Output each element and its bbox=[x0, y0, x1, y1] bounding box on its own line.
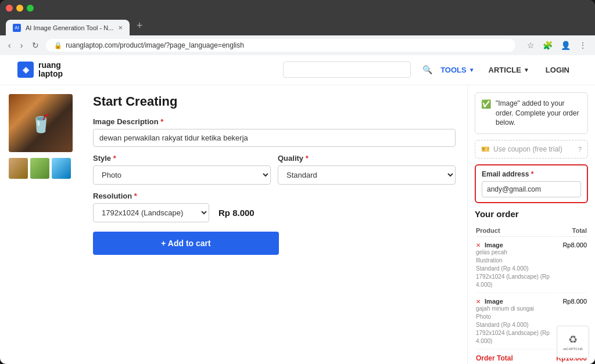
tab-favicon: AI bbox=[13, 24, 21, 32]
page-content: ◈ ruang laptop 🔍 TOOLS ▼ ARTICLE ▼ LOGIN bbox=[0, 55, 595, 364]
check-circle-icon: ✅ bbox=[481, 99, 491, 109]
coupon-help-icon[interactable]: ? bbox=[578, 146, 582, 153]
recaptcha-badge: ♻ reCAPTCHA bbox=[557, 326, 589, 358]
email-label: Email address * bbox=[482, 170, 581, 178]
main-content: Start Creating Image Description * Style… bbox=[0, 85, 595, 364]
add-to-cart-button[interactable]: + Add to cart bbox=[93, 232, 279, 255]
search-input[interactable] bbox=[283, 62, 411, 78]
coupon-icon: 🎫 bbox=[481, 145, 490, 153]
tab-title: AI Image Generation Tool - N... bbox=[26, 24, 113, 31]
new-tab-button[interactable]: + bbox=[131, 16, 149, 35]
site-header: ◈ ruang laptop 🔍 TOOLS ▼ ARTICLE ▼ LOGIN bbox=[0, 55, 595, 85]
main-product-image bbox=[9, 94, 73, 152]
thumbnail-row bbox=[9, 158, 73, 179]
nav-login[interactable]: LOGIN bbox=[537, 62, 578, 78]
url-text: ruanglaptop.com/product/image/?page_lang… bbox=[66, 41, 244, 49]
product-image-bg bbox=[9, 94, 73, 152]
quality-label: Quality * bbox=[278, 154, 456, 163]
profile-icon[interactable]: 👤 bbox=[558, 39, 573, 51]
style-group: Style * Photo Illustration Painting Sket… bbox=[93, 154, 271, 185]
thumbnail-2[interactable] bbox=[30, 158, 49, 179]
tools-caret-icon: ▼ bbox=[469, 67, 475, 73]
nav-tools[interactable]: TOOLS ▼ bbox=[435, 62, 480, 78]
lock-icon: 🔒 bbox=[54, 42, 62, 49]
center-panel: Start Creating Image Description * Style… bbox=[81, 85, 467, 364]
article-caret-icon: ▼ bbox=[524, 67, 529, 73]
item-2-detail: gajah minum di sungaiPhotoStandard (Rp 4… bbox=[476, 305, 555, 345]
remove-item-2-button[interactable]: ✕ bbox=[476, 298, 481, 305]
order-item-1: ✕ Image gelas pecahIllustrationStandard … bbox=[476, 238, 587, 293]
browser-actions: ☆ 🧩 👤 ⋮ bbox=[525, 39, 589, 51]
resolution-row: 1792x1024 (Landscape) 1024x1024 (Square)… bbox=[93, 203, 456, 222]
item-1-total: Rp8.000 bbox=[556, 238, 587, 293]
traffic-light-red[interactable] bbox=[6, 5, 13, 12]
traffic-light-green[interactable] bbox=[27, 5, 34, 12]
traffic-light-yellow[interactable] bbox=[16, 5, 23, 12]
search-icon[interactable]: 🔍 bbox=[420, 64, 435, 75]
style-select[interactable]: Photo Illustration Painting Sketch bbox=[93, 165, 271, 185]
email-input[interactable] bbox=[482, 181, 581, 197]
resolution-select[interactable]: 1792x1024 (Landscape) 1024x1024 (Square)… bbox=[93, 203, 209, 222]
thumbnail-1[interactable] bbox=[9, 158, 28, 179]
nav-article[interactable]: ARTICLE ▼ bbox=[483, 62, 535, 78]
page-title: Start Creating bbox=[93, 94, 456, 109]
style-quality-row: Style * Photo Illustration Painting Sket… bbox=[93, 154, 456, 185]
address-bar-row: ‹ › ↻ 🔒 ruanglaptop.com/product/image/?p… bbox=[0, 35, 595, 55]
order-total-label: Order Total bbox=[476, 351, 555, 364]
coupon-box[interactable]: 🎫 Use coupon (free trial) ? bbox=[475, 140, 588, 158]
notification-text: "Image" added to your order. Complete yo… bbox=[496, 99, 582, 128]
logo-text: ruang laptop bbox=[38, 61, 63, 79]
item-1-name: Image bbox=[485, 242, 503, 248]
product-col-header: Product bbox=[476, 225, 555, 237]
quality-select[interactable]: Standard High Ultra bbox=[278, 165, 456, 185]
price-display: Rp 8.000 bbox=[218, 208, 255, 218]
total-col-header: Total bbox=[556, 225, 587, 237]
header-nav: TOOLS ▼ ARTICLE ▼ LOGIN bbox=[435, 62, 578, 78]
refresh-button[interactable]: ↻ bbox=[30, 39, 41, 51]
logo-icon: ◈ bbox=[17, 62, 34, 78]
required-marker: * bbox=[160, 117, 163, 126]
left-panel bbox=[0, 85, 81, 364]
image-description-label: Image Description * bbox=[93, 117, 456, 126]
item-1-detail: gelas pecahIllustrationStandard (Rp 4.00… bbox=[476, 248, 555, 289]
quality-group: Quality * Standard High Ultra bbox=[278, 154, 456, 185]
resolution-label: Resolution * bbox=[93, 192, 456, 200]
thumbnail-3[interactable] bbox=[52, 158, 71, 179]
more-options-icon[interactable]: ⋮ bbox=[576, 39, 589, 51]
your-order-title: Your order bbox=[475, 209, 588, 219]
email-box: Email address * bbox=[475, 164, 588, 203]
back-button[interactable]: ‹ bbox=[6, 39, 13, 51]
style-label: Style * bbox=[93, 154, 271, 163]
coupon-label: Use coupon (free trial) bbox=[493, 145, 575, 153]
address-bar[interactable]: 🔒 ruanglaptop.com/product/image/?page_la… bbox=[46, 39, 515, 52]
tab-close-button[interactable]: × bbox=[118, 23, 123, 32]
image-description-input[interactable] bbox=[93, 129, 456, 147]
remove-item-1-button[interactable]: ✕ bbox=[476, 242, 481, 248]
forward-button[interactable]: › bbox=[18, 39, 26, 51]
order-notification: ✅ "Image" added to your order. Complete … bbox=[475, 92, 588, 134]
browser-tab[interactable]: AI AI Image Generation Tool - N... × bbox=[6, 20, 130, 35]
right-panel: ✅ "Image" added to your order. Complete … bbox=[467, 85, 595, 364]
bookmark-icon[interactable]: ☆ bbox=[525, 39, 537, 51]
recaptcha-text: reCAPTCHA bbox=[563, 347, 583, 351]
extensions-icon[interactable]: 🧩 bbox=[540, 39, 555, 51]
item-2-name: Image bbox=[485, 298, 503, 305]
logo: ◈ ruang laptop bbox=[17, 61, 63, 79]
recaptcha-logo: ♻ bbox=[568, 333, 578, 346]
